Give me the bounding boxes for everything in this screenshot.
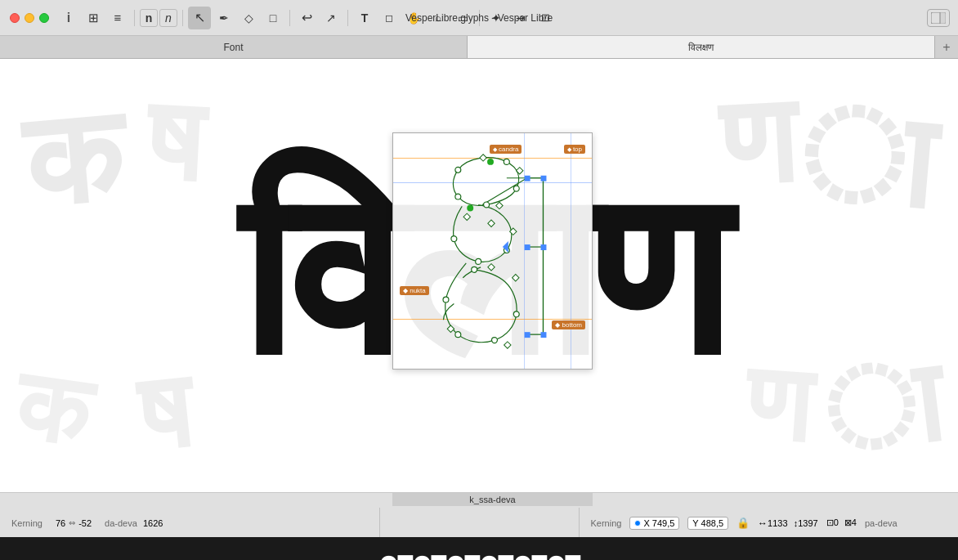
- kerning-label-left: Kerning: [11, 518, 43, 528]
- n-regular-button[interactable]: n: [140, 9, 158, 27]
- svg-point-14: [513, 311, 519, 317]
- glyph-name-label: k_ssa-deva: [392, 493, 593, 506]
- shape-tool[interactable]: ◇: [237, 7, 260, 29]
- pen-tool[interactable]: ✒: [213, 7, 235, 29]
- svg-point-13: [492, 338, 498, 343]
- glyph-editor-inner: candra top ◆ bottom ◆ nukta: [393, 133, 592, 369]
- svg-point-15: [472, 267, 477, 272]
- separator1: [134, 10, 135, 26]
- svg-point-11: [443, 297, 449, 302]
- svg-rect-20: [488, 220, 495, 226]
- count-values: ⊡0 ⊠4: [826, 517, 857, 528]
- text-tool[interactable]: T: [353, 7, 376, 29]
- speech-tool[interactable]: ◻: [378, 7, 401, 29]
- info-left: Kerning 76 ⇔ -52 da-deva 1626: [0, 508, 379, 538]
- svg-rect-27: [541, 176, 547, 181]
- svg-rect-26: [525, 176, 530, 181]
- lock-icon: 🔒: [736, 517, 750, 529]
- node-indicator: [634, 520, 641, 526]
- rect-tool[interactable]: □: [262, 7, 284, 29]
- svg-point-8: [451, 236, 457, 242]
- svg-rect-24: [447, 325, 454, 332]
- svg-rect-17: [517, 168, 523, 174]
- glyph-tab[interactable]: विलक्षण: [468, 36, 935, 58]
- da-deva-row: da-deva 1626: [105, 518, 163, 528]
- kerning-values: 76 ⇔ -52: [56, 518, 92, 528]
- svg-point-33: [487, 159, 494, 165]
- svg-point-3: [455, 167, 461, 172]
- separator3: [289, 10, 290, 26]
- anchor-bottom: ◆ bottom: [552, 320, 585, 329]
- list-view-button[interactable]: ≡: [106, 7, 129, 29]
- size-values: ↔1133 ↕1397: [758, 517, 818, 529]
- window-controls: [0, 13, 49, 23]
- info-bar: k_ssa-deva Kerning 76 ⇔ -52 da-deva 1626…: [0, 492, 958, 537]
- svg-rect-23: [513, 275, 519, 281]
- svg-rect-29: [541, 244, 547, 250]
- svg-point-6: [484, 202, 490, 208]
- info-center: [379, 508, 580, 538]
- svg-rect-28: [525, 244, 530, 250]
- separator2: [182, 10, 183, 26]
- preview-bar: क्षक्षक्षक्षक्षक्ष: [0, 537, 958, 560]
- add-tab-button[interactable]: +: [935, 36, 958, 58]
- svg-rect-22: [488, 264, 495, 271]
- minimize-button[interactable]: [25, 13, 34, 23]
- select-tool[interactable]: ↖: [188, 7, 211, 29]
- glyph-path-svg: [393, 133, 592, 369]
- window-title: VesperLibre.glyphs - Vesper Libre: [405, 12, 553, 24]
- glyph-editor[interactable]: candra top ◆ bottom ◆ nukta: [392, 132, 593, 370]
- svg-rect-1: [940, 12, 946, 24]
- main-canvas[interactable]: विलाण क ष ण ा क ष ण ा: [0, 59, 958, 492]
- svg-point-5: [513, 186, 519, 191]
- undo-tool[interactable]: ↩: [295, 7, 318, 29]
- scale-tool[interactable]: ↗: [320, 7, 342, 29]
- titlebar: i ⊞ ≡ n n ↖ ✒ ◇ □ ↩ ↗ T ◻ ✋ ⌕ ▭ ✦ ⇥ ⊡ Ve…: [0, 0, 958, 36]
- close-button[interactable]: [10, 13, 20, 23]
- info-rows: Kerning 76 ⇔ -52 da-deva 1626 Kerning X …: [0, 508, 958, 538]
- maximize-button[interactable]: [39, 13, 49, 23]
- svg-rect-19: [463, 213, 470, 220]
- info-tool[interactable]: i: [57, 7, 80, 29]
- svg-rect-31: [541, 332, 547, 338]
- n-italic-button[interactable]: n: [159, 9, 177, 27]
- coord-box-y: Y 488,5: [687, 517, 728, 530]
- info-right: Kerning X 749,5 Y 488,5 🔒 ↔1133 ↕1397 ⊡0…: [580, 508, 959, 538]
- tabbar: Font विलक्षण +: [0, 36, 958, 59]
- svg-rect-25: [504, 342, 511, 348]
- svg-rect-30: [525, 332, 530, 338]
- anchor-candra: candra: [490, 145, 522, 154]
- svg-point-4: [504, 159, 509, 164]
- svg-point-34: [467, 204, 473, 211]
- font-tab[interactable]: Font: [0, 36, 468, 58]
- svg-rect-18: [496, 202, 503, 208]
- anchor-top: top: [564, 145, 585, 154]
- anchor-nukta: ◆ nukta: [400, 286, 429, 295]
- svg-point-9: [476, 258, 481, 264]
- svg-point-7: [455, 194, 461, 199]
- grid-view-button[interactable]: ⊞: [82, 7, 105, 29]
- preview-text: क्षक्षक्षक्षक्षक्ष: [378, 541, 580, 560]
- svg-rect-16: [480, 155, 486, 161]
- sidebar-toggle[interactable]: [927, 9, 950, 27]
- svg-point-12: [455, 332, 461, 338]
- coord-box: X 749,5: [629, 517, 679, 530]
- separator4: [347, 10, 348, 26]
